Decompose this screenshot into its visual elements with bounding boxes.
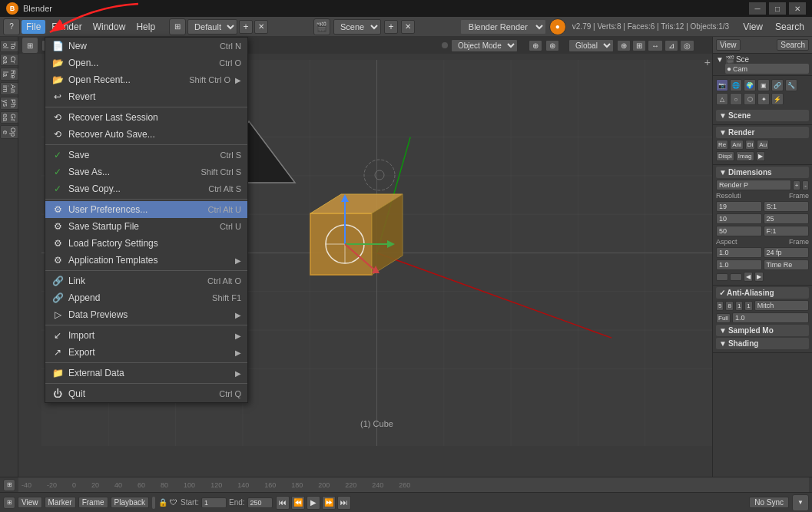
menu-window[interactable]: Window bbox=[88, 20, 131, 34]
minimize-button[interactable]: ─ bbox=[749, 2, 766, 15]
frame-s1-field[interactable]: S:1 bbox=[764, 201, 810, 212]
render-sub-arrow[interactable]: ▶ bbox=[756, 151, 765, 161]
menu-item-recover-auto[interactable]: ⟲ Recover Auto Save... bbox=[45, 126, 247, 143]
fps-field[interactable]: 24 fp bbox=[764, 247, 810, 258]
aspect-x-field[interactable]: 1.0 bbox=[716, 247, 762, 258]
frame-s2-field[interactable]: 25 bbox=[764, 213, 810, 224]
prev-frame-btn[interactable]: ⏪ bbox=[291, 496, 305, 510]
vp-icon-5[interactable]: ◎ bbox=[680, 40, 694, 51]
remove-scene-button[interactable]: ✕ bbox=[401, 20, 415, 34]
menu-item-save-startup[interactable]: ⚙ Save Startup File Ctrl U bbox=[45, 218, 247, 235]
dimensions-header[interactable]: ▼ Dimensions bbox=[716, 167, 809, 178]
prop-constraint-icon[interactable]: 🔗 bbox=[771, 79, 784, 91]
left-tab-tool[interactable]: Tool bbox=[0, 40, 18, 52]
aspect-y-field[interactable]: 1.0 bbox=[716, 259, 762, 270]
view-menu-right[interactable]: View bbox=[738, 20, 767, 34]
viewport-icons-btn[interactable]: ⊛ bbox=[545, 40, 559, 51]
aa-val-1a[interactable]: 1 bbox=[735, 301, 743, 311]
menu-item-user-prefs[interactable]: ⚙ User Preferences... Ctrl Alt U bbox=[45, 201, 247, 218]
viewport-mode-select[interactable]: Object Mode bbox=[451, 39, 518, 52]
anti-alias-header[interactable]: ✓ Anti-Aliasing bbox=[716, 287, 809, 299]
render-sub-imag[interactable]: Imag bbox=[736, 151, 754, 161]
res-y-field[interactable]: 10 bbox=[716, 213, 762, 224]
menu-item-external-data[interactable]: 📁 External Data ▶ bbox=[45, 365, 247, 382]
menu-help[interactable]: Help bbox=[131, 20, 160, 34]
menu-render[interactable]: Render bbox=[47, 20, 86, 34]
no-sync-btn[interactable]: No Sync bbox=[749, 497, 789, 508]
time-re-field[interactable]: Time Re bbox=[764, 259, 810, 270]
prop-particles-icon[interactable]: ✦ bbox=[757, 93, 770, 105]
menu-item-save-copy[interactable]: ✓ Save Copy... Ctrl Alt S bbox=[45, 180, 247, 197]
shading-header[interactable]: ▼ Shading bbox=[716, 338, 809, 349]
menu-item-new[interactable]: 📄 New Ctrl N bbox=[45, 38, 247, 55]
aa-val-8[interactable]: 8 bbox=[725, 301, 733, 311]
menu-item-append[interactable]: 🔗 Append Shift F1 bbox=[45, 289, 247, 306]
prop-render-icon[interactable]: 📷 bbox=[716, 79, 728, 91]
aa-val-5[interactable]: 5 bbox=[716, 301, 724, 311]
left-tab-open[interactable]: Ope bbox=[0, 125, 18, 139]
skip-end-btn[interactable]: ⏭ bbox=[337, 496, 351, 510]
add-workspace-button[interactable]: + bbox=[239, 20, 253, 34]
render-sub-displ[interactable]: Displ bbox=[716, 151, 734, 161]
full-val-field[interactable]: 1.0 bbox=[732, 312, 809, 323]
play-btn[interactable]: ▶ bbox=[307, 496, 320, 510]
full-btn[interactable]: Full bbox=[716, 313, 731, 323]
scene-sub-item[interactable]: ● Cam bbox=[725, 64, 809, 74]
render-preset-minus[interactable]: - bbox=[802, 180, 809, 190]
menu-item-revert[interactable]: ↩ Revert bbox=[45, 88, 247, 105]
menu-item-quit[interactable]: ⏻ Quit Ctrl Q bbox=[45, 385, 247, 402]
menu-item-save[interactable]: ✓ Save Ctrl S bbox=[45, 147, 247, 164]
menu-item-recover-last[interactable]: ⟲ Recover Last Session bbox=[45, 109, 247, 126]
render-preset-field[interactable]: Render P bbox=[716, 180, 791, 190]
render-preset-plus[interactable]: + bbox=[793, 180, 801, 190]
vp-icon-1[interactable]: ⊕ bbox=[617, 40, 631, 51]
left-tab-physics[interactable]: Phys bbox=[0, 97, 18, 110]
scene-header[interactable]: ▼ Scene bbox=[716, 110, 809, 121]
prop-scene-icon[interactable]: 🌐 bbox=[730, 79, 742, 91]
remove-workspace-button[interactable]: ✕ bbox=[254, 20, 268, 34]
vp-icon-4[interactable]: ⊿ bbox=[665, 40, 678, 51]
menu-item-import[interactable]: ↙ Import ▶ bbox=[45, 327, 247, 344]
prop-modifier-icon[interactable]: 🔧 bbox=[785, 79, 797, 91]
maximize-button[interactable]: □ bbox=[769, 2, 786, 15]
vp-icon-3[interactable]: ↔ bbox=[648, 40, 663, 51]
render-tab-di[interactable]: Di bbox=[745, 140, 756, 150]
left-tab-grease[interactable]: Grea bbox=[0, 111, 18, 124]
scene-tree-item[interactable]: ▼ 🎬 Sce bbox=[716, 55, 809, 64]
search-menu-right[interactable]: Search bbox=[771, 20, 809, 34]
menu-item-data-previews[interactable]: ▷ Data Previews ▶ bbox=[45, 306, 247, 323]
statusbar-frame[interactable]: Frame bbox=[78, 497, 108, 508]
prop-object-icon[interactable]: ▣ bbox=[757, 79, 770, 91]
statusbar-playback[interactable]: Playback bbox=[111, 497, 150, 508]
menu-item-open[interactable]: 📂 Open... Ctrl O bbox=[45, 55, 247, 71]
arrow-left-btn[interactable]: ◀ bbox=[744, 272, 753, 282]
menu-item-save-as[interactable]: ✓ Save As... Shift Ctrl S bbox=[45, 164, 247, 180]
render-header[interactable]: ▼ Render bbox=[716, 127, 809, 138]
sampled-header[interactable]: ▼ Sampled Mo bbox=[716, 325, 809, 336]
close-button[interactable]: ✕ bbox=[789, 2, 806, 15]
menu-item-app-templates[interactable]: ⚙ Application Templates ▶ bbox=[45, 252, 247, 269]
check-1[interactable] bbox=[716, 273, 728, 281]
menu-file[interactable]: File bbox=[22, 20, 45, 34]
viewport-plus-icon[interactable]: + bbox=[704, 56, 711, 68]
skip-start-btn[interactable]: ⏮ bbox=[276, 496, 290, 510]
mitch-field[interactable]: Mitch bbox=[754, 300, 809, 311]
prop-world-icon[interactable]: 🌍 bbox=[744, 79, 756, 91]
global-local-select[interactable]: Global bbox=[568, 39, 614, 52]
frame-f1-field[interactable]: F:1 bbox=[764, 226, 810, 236]
add-scene-button[interactable]: + bbox=[384, 20, 398, 34]
rpanel-view-btn[interactable]: View bbox=[716, 39, 741, 51]
prop-data-icon[interactable]: △ bbox=[716, 93, 728, 105]
menu-item-link[interactable]: 🔗 Link Ctrl Alt O bbox=[45, 273, 247, 289]
help-icon-button[interactable]: ? bbox=[3, 18, 20, 35]
viewport-transform-btn[interactable]: ⊕ bbox=[529, 40, 542, 51]
rpanel-search-btn[interactable]: Search bbox=[777, 39, 809, 51]
prop-physics-icon[interactable]: ⚡ bbox=[771, 93, 784, 105]
left-tab-create[interactable]: Crea bbox=[0, 54, 18, 66]
render-engine-select[interactable]: Blender Render bbox=[460, 19, 546, 35]
left-tab-relations[interactable]: Rela bbox=[0, 68, 18, 81]
workspace-select[interactable]: Default bbox=[187, 19, 237, 35]
res-pct-field[interactable]: 50 bbox=[716, 226, 762, 236]
start-val[interactable]: 1 bbox=[201, 497, 227, 508]
check-2[interactable] bbox=[730, 273, 742, 281]
